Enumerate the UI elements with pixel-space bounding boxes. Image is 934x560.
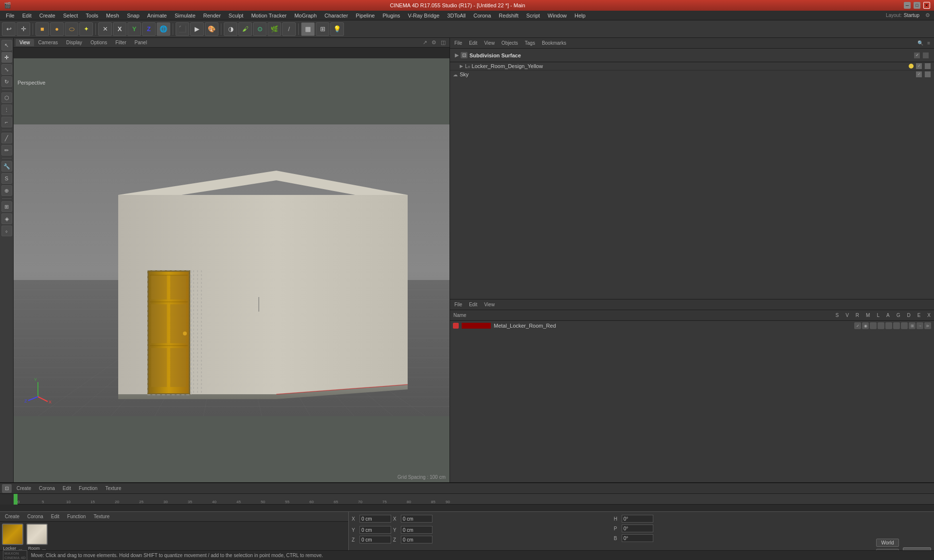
icon-r[interactable] [870,322,877,329]
menu-file[interactable]: File [2,12,18,19]
timeline-tab-texture[interactable]: Texture [102,485,124,492]
select-tool-z[interactable]: Z [142,22,156,36]
menu-tools[interactable]: Tools [82,12,102,19]
tool-grid[interactable]: ⊞ [1,201,12,212]
h-rotation-input[interactable] [622,515,653,523]
layout-preset[interactable]: Startup [904,13,923,18]
layout-icons[interactable]: ⚙ [923,12,932,18]
om-dot-icon[interactable] [923,52,929,58]
move-tool[interactable]: ✛ [17,22,30,36]
mat-tab-texture[interactable]: Texture [90,513,112,520]
icon-g[interactable] [901,322,908,329]
icon-v[interactable]: ◉ [862,322,869,329]
tool-texture[interactable]: ⬨ [1,226,12,236]
tool-edge[interactable]: ⌐ [1,117,12,127]
mat-tab-function[interactable]: Function [64,513,89,520]
icon-a[interactable] [893,322,900,329]
viewport-expand[interactable]: ↗ [421,39,429,46]
timeline-tab-create[interactable]: Create [14,485,34,492]
mat-tab-edit[interactable]: Edit [48,513,62,520]
menu-vray[interactable]: V-Ray Bridge [404,12,444,19]
om-edit[interactable]: Edit [467,39,480,47]
tool-magnet[interactable]: 🔧 [1,161,12,172]
om-objects[interactable]: Objects [499,39,521,47]
attr-view[interactable]: View [482,301,497,308]
tool-brush2[interactable]: ◈ [1,213,12,224]
minimize-button[interactable]: ─ [904,2,911,9]
render-settings[interactable]: 🎨 [205,22,218,36]
material-locker[interactable]: Locker_... [2,524,23,551]
menu-corona[interactable]: Corona [469,12,495,19]
material-room[interactable]: Room_... [26,524,48,551]
attr-file[interactable]: File [452,301,465,308]
menu-motion-tracker[interactable]: Motion Tracker [247,12,290,19]
z-position-input[interactable] [359,536,391,543]
p-rotation-input[interactable] [622,525,653,532]
menu-redshift[interactable]: Redshift [495,12,522,19]
icon-d[interactable]: ⊞ [909,322,916,329]
menu-character[interactable]: Character [321,12,352,19]
light-tool[interactable]: ✦ [79,22,93,36]
tool-rotate[interactable]: ↻ [1,76,12,87]
menu-script[interactable]: Script [522,12,544,19]
icon-x[interactable]: ⊳ [924,322,931,329]
timeline-tab-edit[interactable]: Edit [60,485,74,492]
metal-locker-row[interactable]: Metal_Locker_Room_Red ✓ ◉ ⊞ → ⊳ [450,321,934,331]
menu-mograph[interactable]: MoGraph [290,12,321,19]
render-region[interactable]: ⬛ [176,22,189,36]
dynamics-tool[interactable]: 🌿 [268,22,281,36]
menu-snap[interactable]: Snap [123,12,144,19]
om-view[interactable]: View [482,39,497,47]
tool-move[interactable]: ✛ [1,52,12,63]
display-mode-3[interactable]: 💡 [330,22,344,36]
vp-tab-options[interactable]: Options [87,39,111,46]
menu-render[interactable]: Render [199,12,225,19]
tool-sculpt2[interactable]: ⊕ [1,185,12,196]
viewport-layout[interactable]: ◫ [439,39,448,46]
maximize-button[interactable]: □ [914,2,920,9]
display-mode-1[interactable]: ▦ [301,22,315,36]
tool-brush[interactable]: S [1,173,12,184]
render-active[interactable]: ▶ [190,22,204,36]
sky-item[interactable]: ☁ Sky ✓ [450,70,934,78]
om-filter-icon[interactable]: ≡ [925,40,932,46]
mat-tab-create[interactable]: Create [2,513,22,520]
menu-animate[interactable]: Animate [144,12,171,19]
vp-tab-filter[interactable]: Filter [111,39,130,46]
world-mode-button[interactable]: World [876,539,899,547]
viewport-settings[interactable]: ⚙ [430,39,438,46]
undo-button[interactable]: ↩ [2,22,16,36]
icon-e[interactable]: → [916,322,923,329]
sphere-tool[interactable]: ● [50,22,64,36]
select-tool-x[interactable]: X [113,22,126,36]
menu-mesh[interactable]: Mesh [102,12,123,19]
locker-room-item[interactable]: ▶ L₀ Locker_Room_Design_Yellow ✓ [450,62,934,70]
viewport-canvas[interactable]: Perspective [14,58,449,482]
tool-points[interactable]: ⋮ [1,105,12,115]
world-axis[interactable]: 🌐 [157,22,170,36]
z-size-input[interactable] [401,536,432,543]
om-tags[interactable]: Tags [522,39,538,47]
menu-3dtoall[interactable]: 3DToAll [443,12,469,19]
viewport-shading[interactable]: ◑ [224,22,237,36]
om-bookmarks[interactable]: Bookmarks [539,39,569,47]
menu-create[interactable]: Create [36,12,59,19]
x-size-input[interactable] [401,515,432,523]
tool-pen[interactable]: ✏ [1,145,12,156]
hair-tool[interactable]: / [282,22,296,36]
menu-window[interactable]: Window [544,12,571,19]
timeline-panel-icon[interactable]: ⊡ [2,484,12,493]
subdivision-surface-item[interactable]: ▶ ⊡ Subdivision Surface ✓ [450,49,934,62]
menu-simulate[interactable]: Simulate [171,12,199,19]
vp-tab-view[interactable]: View [16,39,34,46]
locker-check1[interactable]: ✓ [916,63,922,69]
menu-help[interactable]: Help [571,12,590,19]
timeline-tab-corona[interactable]: Corona [36,485,58,492]
locker-check2[interactable] [925,63,931,69]
tool-scale[interactable]: ⤡ [1,64,12,75]
menu-select[interactable]: Select [59,12,82,19]
sky-check2[interactable] [925,71,931,77]
icon-m[interactable] [878,322,884,329]
timeline-tab-function[interactable]: Function [76,485,100,492]
sky-check1[interactable]: ✓ [916,71,922,77]
